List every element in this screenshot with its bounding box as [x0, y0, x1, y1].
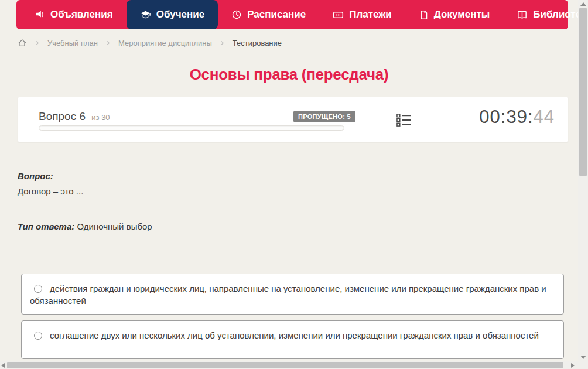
nav-item-label: Документы	[434, 9, 490, 20]
timer: 00:39:44	[479, 107, 555, 128]
answer-option-text: действия граждан и юридических лиц, напр…	[30, 283, 546, 306]
clock-icon	[231, 9, 242, 20]
nav-item-label: Платежи	[349, 9, 392, 20]
nav-item-learning[interactable]: Обучение	[127, 0, 218, 29]
breadcrumb-separator-icon	[105, 40, 111, 46]
main-navbar: Объявления Обучение Расписание Платежи Д…	[16, 0, 568, 29]
breadcrumb-item-discipline-event[interactable]: Мероприятие дисциплины	[118, 39, 212, 47]
question-number: Вопрос 6 из 30	[39, 110, 110, 123]
nav-item-label: Объявления	[50, 9, 113, 20]
horizontal-scrollbar-thumb[interactable]	[7, 362, 563, 368]
answer-option[interactable]: соглашение двух или нескольких лиц об ус…	[21, 320, 564, 359]
nav-item-library[interactable]: Библиотека	[503, 0, 588, 29]
scroll-down-arrow-icon[interactable]	[580, 356, 586, 359]
nav-item-label: Обучение	[156, 9, 204, 20]
page-title: Основы права (пересдача)	[0, 66, 578, 84]
timer-seconds: 44	[534, 107, 555, 127]
vertical-scrollbar[interactable]	[578, 0, 588, 361]
skipped-badge: ПРОПУЩЕНО: 5	[293, 111, 355, 122]
question-progress-panel: Вопрос 6 из 30 ПРОПУЩЕНО: 5 00:39:44	[18, 97, 568, 142]
question-of-total: из 30	[91, 113, 110, 122]
breadcrumb-item-testing: Тестирование	[233, 39, 282, 47]
breadcrumb-separator-icon	[35, 40, 40, 46]
megaphone-icon	[35, 9, 45, 20]
payment-icon	[333, 9, 344, 20]
question-number-label: Вопрос 6	[39, 110, 86, 122]
graduation-cap-icon	[140, 9, 151, 20]
nav-item-label: Расписание	[247, 9, 306, 20]
vertical-scrollbar-thumb[interactable]	[579, 8, 587, 176]
breadcrumb: Учебный план Мероприятие дисциплины Тест…	[18, 35, 282, 50]
question-list-icon[interactable]	[396, 112, 411, 129]
question-label: Вопрос:	[18, 171, 53, 181]
answer-option-text: соглашение двух или нескольких лиц об ус…	[50, 330, 539, 340]
scroll-right-arrow-icon[interactable]	[571, 363, 575, 368]
radio-button[interactable]	[34, 332, 42, 340]
home-icon[interactable]	[18, 38, 27, 47]
answer-option[interactable]: действия граждан и юридических лиц, напр…	[21, 274, 564, 315]
nav-item-payments[interactable]: Платежи	[319, 0, 405, 29]
answer-type-label: Тип ответа:	[18, 221, 74, 231]
breadcrumb-separator-icon	[220, 40, 225, 46]
timer-minutes: 00:39:	[479, 107, 533, 127]
scroll-left-arrow-icon[interactable]	[1, 363, 5, 368]
nav-item-schedule[interactable]: Расписание	[218, 0, 319, 29]
nav-item-announcements[interactable]: Объявления	[21, 0, 127, 29]
scroll-up-arrow-icon[interactable]	[580, 2, 586, 6]
scrollbar-corner	[578, 361, 588, 369]
question-text: Договор – это ...	[18, 186, 83, 196]
nav-item-documents[interactable]: Документы	[405, 0, 504, 29]
document-icon	[419, 10, 429, 20]
book-icon	[517, 9, 528, 20]
breadcrumb-item-curriculum[interactable]: Учебный план	[47, 39, 98, 47]
answer-type-row: Тип ответа: Одиночный выбор	[18, 221, 152, 231]
horizontal-scrollbar[interactable]	[0, 361, 578, 369]
answer-type-value: Одиночный выбор	[77, 221, 152, 231]
question-progress-bar	[39, 125, 344, 131]
radio-button[interactable]	[34, 285, 42, 293]
